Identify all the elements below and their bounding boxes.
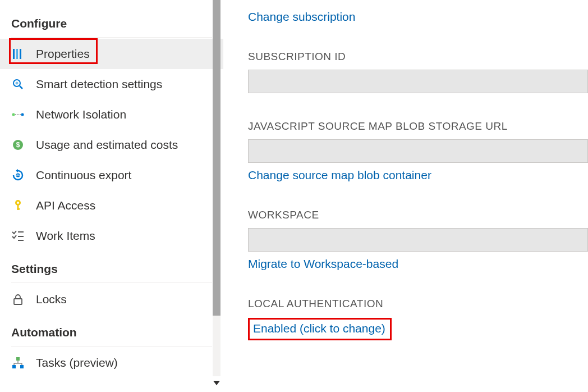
sidebar-item-label: Locks bbox=[36, 293, 67, 306]
sidebar-item-tasks[interactable]: Tasks (preview) bbox=[0, 348, 223, 378]
subscription-id-field[interactable] bbox=[248, 70, 588, 93]
svg-text:$: $ bbox=[16, 141, 20, 149]
svg-point-5 bbox=[16, 82, 19, 85]
sidebar-item-label: Usage and estimated costs bbox=[36, 138, 178, 152]
svg-rect-25 bbox=[12, 365, 16, 368]
svg-point-6 bbox=[12, 113, 15, 116]
sidebar-scrollbar[interactable] bbox=[210, 0, 223, 392]
highlight-box: Enabled (click to change) bbox=[248, 318, 392, 340]
sidebar-item-work-items[interactable]: Work Items bbox=[0, 221, 223, 251]
smart-detection-icon bbox=[11, 78, 25, 91]
sidebar-item-label: Smart detection settings bbox=[36, 78, 162, 91]
local-auth-link[interactable]: Enabled (click to change) bbox=[253, 322, 385, 335]
lock-icon bbox=[11, 293, 25, 306]
svg-rect-23 bbox=[14, 299, 22, 304]
highlight-box bbox=[9, 38, 98, 64]
work-items-icon bbox=[11, 229, 25, 243]
divider bbox=[11, 37, 212, 38]
sidebar: Configure Properties bbox=[0, 0, 223, 392]
svg-rect-15 bbox=[19, 175, 20, 176]
svg-rect-19 bbox=[17, 208, 20, 210]
sidebar-item-network-isolation[interactable]: Network Isolation bbox=[0, 99, 223, 130]
svg-rect-14 bbox=[18, 174, 19, 176]
migrate-workspace-link[interactable]: Migrate to Workspace-based bbox=[248, 257, 398, 271]
sidebar-item-api-access[interactable]: API Access bbox=[0, 190, 223, 221]
sidebar-item-usage-costs[interactable]: $ Usage and estimated costs bbox=[0, 130, 223, 160]
section-header-configure: Configure bbox=[0, 11, 223, 37]
key-icon bbox=[11, 199, 25, 212]
sidebar-item-label: API Access bbox=[36, 199, 95, 212]
sidebar-item-label: Continuous export bbox=[36, 168, 131, 182]
local-auth-label: LOCAL AUTHENTICATION bbox=[248, 298, 588, 310]
svg-rect-24 bbox=[16, 357, 20, 361]
svg-rect-13 bbox=[17, 175, 17, 176]
js-sourcemap-label: JAVASCRIPT SOURCE MAP BLOB STORAGE URL bbox=[248, 120, 588, 133]
usage-costs-icon: $ bbox=[11, 138, 25, 152]
sidebar-item-locks[interactable]: Locks bbox=[0, 284, 223, 314]
sidebar-item-label: Network Isolation bbox=[36, 108, 126, 121]
divider bbox=[11, 346, 212, 347]
sidebar-item-continuous-export[interactable]: Continuous export bbox=[0, 160, 223, 190]
svg-marker-11 bbox=[16, 169, 18, 172]
js-sourcemap-field[interactable] bbox=[248, 139, 588, 163]
scroll-down-arrow-icon[interactable] bbox=[213, 381, 220, 385]
network-isolation-icon bbox=[11, 108, 25, 121]
divider bbox=[11, 282, 212, 283]
main-content: Change subscription SUBSCRIPTION ID JAVA… bbox=[223, 0, 588, 392]
subscription-id-label: SUBSCRIPTION ID bbox=[248, 51, 588, 63]
sidebar-item-label: Work Items bbox=[36, 229, 95, 243]
continuous-export-icon bbox=[11, 168, 25, 182]
change-sourcemap-link[interactable]: Change source map blob container bbox=[248, 168, 431, 182]
workspace-field[interactable] bbox=[248, 228, 588, 252]
sidebar-item-smart-detection[interactable]: Smart detection settings bbox=[0, 69, 223, 99]
svg-rect-26 bbox=[20, 365, 24, 368]
sidebar-item-label: Tasks (preview) bbox=[36, 356, 118, 370]
scroll-thumb[interactable] bbox=[213, 0, 220, 316]
section-header-automation: Automation bbox=[0, 320, 223, 346]
svg-line-4 bbox=[20, 86, 22, 89]
section-header-settings: Settings bbox=[0, 257, 223, 282]
svg-point-17 bbox=[17, 202, 19, 204]
svg-point-7 bbox=[21, 113, 24, 116]
workspace-label: WORKSPACE bbox=[248, 209, 588, 221]
change-subscription-link[interactable]: Change subscription bbox=[248, 10, 355, 24]
tasks-icon bbox=[11, 356, 25, 370]
